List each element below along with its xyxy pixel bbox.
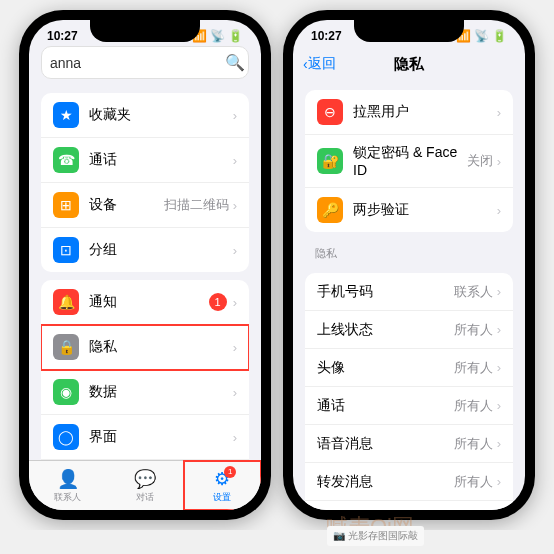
row-value: 所有人 bbox=[454, 473, 493, 491]
settings-row[interactable]: 头像所有人› bbox=[305, 349, 513, 387]
row-label: 收藏夹 bbox=[89, 106, 233, 124]
row-label: 通话 bbox=[89, 151, 233, 169]
nav-header: ‹ 返回 隐私 bbox=[293, 46, 525, 82]
wifi-icon: 📡 bbox=[474, 29, 489, 43]
row-icon: ⊡ bbox=[53, 237, 79, 263]
row-label: 头像 bbox=[317, 359, 454, 377]
settings-row[interactable]: ☎通话› bbox=[41, 138, 249, 183]
row-icon: ☎ bbox=[53, 147, 79, 173]
tab-label: 联系人 bbox=[54, 491, 81, 504]
row-icon: 🔑 bbox=[317, 197, 343, 223]
settings-row[interactable]: ◯界面› bbox=[41, 415, 249, 460]
settings-row[interactable]: 🔔通知1› bbox=[41, 280, 249, 325]
chevron-right-icon: › bbox=[233, 108, 237, 123]
row-icon: ⊞ bbox=[53, 192, 79, 218]
row-label: 隐私 bbox=[89, 338, 233, 356]
search-input[interactable] bbox=[50, 55, 225, 71]
status-time: 10:27 bbox=[311, 29, 342, 43]
settings-row[interactable]: 🔒隐私› bbox=[41, 325, 249, 370]
row-icon: 🔒 bbox=[53, 334, 79, 360]
row-label: 通话 bbox=[317, 397, 454, 415]
search-bar[interactable]: 🔍 bbox=[41, 46, 249, 79]
chevron-right-icon: › bbox=[233, 153, 237, 168]
row-label: 手机号码 bbox=[317, 283, 454, 301]
tab-label: 设置 bbox=[213, 491, 231, 504]
row-label: 锁定密码 & Face ID bbox=[353, 144, 467, 178]
row-value: 扫描二维码 bbox=[164, 196, 229, 214]
wechat-credit: 📷 光影存图国际敲 bbox=[327, 526, 424, 530]
tab-icon: 👤 bbox=[57, 468, 79, 490]
chevron-right-icon: › bbox=[497, 398, 501, 413]
chevron-right-icon: › bbox=[497, 474, 501, 489]
row-label: 数据 bbox=[89, 383, 233, 401]
row-label: 两步验证 bbox=[353, 201, 497, 219]
settings-row[interactable]: 转发消息所有人› bbox=[305, 463, 513, 501]
chevron-right-icon: › bbox=[497, 436, 501, 451]
row-label: 设备 bbox=[89, 196, 164, 214]
row-value: 所有人 bbox=[454, 435, 493, 453]
settings-row[interactable]: 上线状态所有人› bbox=[305, 311, 513, 349]
row-label: 语音消息 bbox=[317, 435, 454, 453]
tab-icon: 💬 bbox=[134, 468, 156, 490]
tab-icon: ⚙1 bbox=[214, 468, 230, 490]
chevron-right-icon: › bbox=[497, 284, 501, 299]
row-icon: ★ bbox=[53, 102, 79, 128]
row-label: 拉黑用户 bbox=[353, 103, 497, 121]
chevron-right-icon: › bbox=[497, 154, 501, 169]
chevron-right-icon: › bbox=[233, 385, 237, 400]
row-value: 所有人 bbox=[454, 321, 493, 339]
settings-row[interactable]: ⊞设备扫描二维码› bbox=[41, 183, 249, 228]
settings-row[interactable]: 语音消息所有人› bbox=[305, 425, 513, 463]
settings-row[interactable]: ⊡分组› bbox=[41, 228, 249, 272]
row-label: 分组 bbox=[89, 241, 233, 259]
status-icons: 📶📡🔋 bbox=[456, 29, 507, 43]
row-icon: 🔔 bbox=[53, 289, 79, 315]
row-value: 关闭 bbox=[467, 152, 493, 170]
tab-设置[interactable]: ⚙1设置 bbox=[184, 461, 261, 510]
row-icon: ◯ bbox=[53, 424, 79, 450]
wifi-icon: 📡 bbox=[210, 29, 225, 43]
status-icons: 📶📡🔋 bbox=[192, 29, 243, 43]
chevron-right-icon: › bbox=[233, 340, 237, 355]
settings-row[interactable]: 群组频道所有人› bbox=[305, 501, 513, 510]
section-label: 隐私 bbox=[293, 240, 525, 265]
settings-row[interactable]: ⊖拉黑用户› bbox=[305, 90, 513, 135]
row-label: 上线状态 bbox=[317, 321, 454, 339]
chevron-right-icon: › bbox=[233, 243, 237, 258]
tab-对话[interactable]: 💬对话 bbox=[106, 461, 183, 510]
chevron-right-icon: › bbox=[497, 105, 501, 120]
chevron-right-icon: › bbox=[497, 360, 501, 375]
tab-联系人[interactable]: 👤联系人 bbox=[29, 461, 106, 510]
chevron-right-icon: › bbox=[233, 295, 237, 310]
settings-row[interactable]: 🔐锁定密码 & Face ID关闭› bbox=[305, 135, 513, 188]
chevron-right-icon: › bbox=[233, 430, 237, 445]
chevron-right-icon: › bbox=[497, 203, 501, 218]
row-label: 界面 bbox=[89, 428, 233, 446]
row-badge: 1 bbox=[209, 293, 227, 311]
settings-row[interactable]: 通话所有人› bbox=[305, 387, 513, 425]
status-time: 10:27 bbox=[47, 29, 78, 43]
back-button[interactable]: ‹ 返回 bbox=[303, 55, 336, 73]
tab-label: 对话 bbox=[136, 491, 154, 504]
settings-row[interactable]: 手机号码联系人› bbox=[305, 273, 513, 311]
chevron-right-icon: › bbox=[233, 198, 237, 213]
settings-row[interactable]: ★收藏夹› bbox=[41, 93, 249, 138]
battery-icon: 🔋 bbox=[228, 29, 243, 43]
settings-row[interactable]: ◉数据› bbox=[41, 370, 249, 415]
row-value: 所有人 bbox=[454, 397, 493, 415]
battery-icon: 🔋 bbox=[492, 29, 507, 43]
row-value: 联系人 bbox=[454, 283, 493, 301]
search-icon[interactable]: 🔍 bbox=[225, 53, 245, 72]
settings-row[interactable]: 🔑两步验证› bbox=[305, 188, 513, 232]
row-icon: ◉ bbox=[53, 379, 79, 405]
page-title: 隐私 bbox=[394, 55, 424, 74]
row-label: 通知 bbox=[89, 293, 209, 311]
row-icon: ⊖ bbox=[317, 99, 343, 125]
row-value: 所有人 bbox=[454, 359, 493, 377]
row-icon: 🔐 bbox=[317, 148, 343, 174]
chevron-right-icon: › bbox=[497, 322, 501, 337]
row-label: 转发消息 bbox=[317, 473, 454, 491]
tab-badge: 1 bbox=[224, 466, 236, 478]
